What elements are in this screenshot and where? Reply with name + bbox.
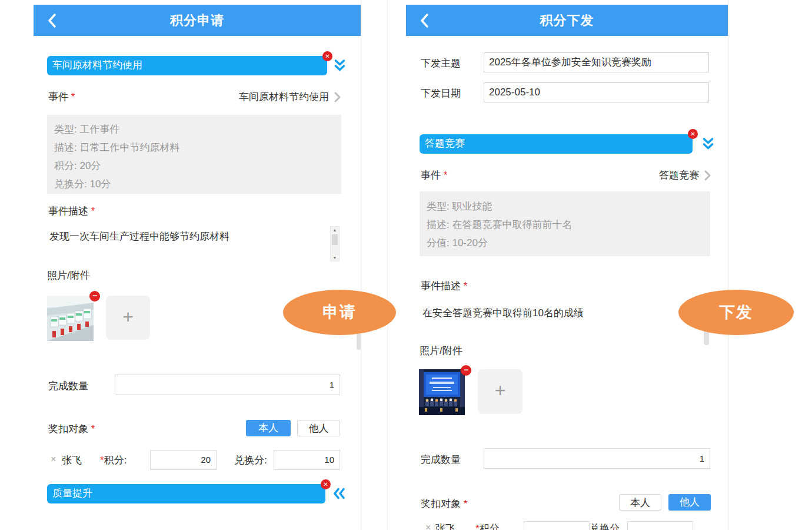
collapse-chevron-down-icon[interactable] <box>702 137 714 154</box>
topic-label: 下发主题 <box>421 57 461 70</box>
person-name: 张飞 <box>62 453 82 467</box>
screenshot-stage: 积分申请 车间原材料节约使用 ✕ 事件 * 车间原材料节约使用 类型: 工作事件… <box>0 0 812 530</box>
issue-annotation-badge: 下发 <box>678 290 794 335</box>
plus-icon: + <box>122 306 134 327</box>
event-banner-label: 答题竞赛 <box>420 134 693 153</box>
scroll-down-icon[interactable]: ▼ <box>331 256 339 260</box>
apply-appbar: 积分申请 <box>34 5 361 36</box>
person-points-input[interactable] <box>524 521 590 530</box>
info-score: 分值: 10-20分 <box>427 234 703 252</box>
event-banner-label: 车间原材料节约使用 <box>47 56 327 75</box>
info-desc: 描述: 日常工作中节约原材料 <box>54 138 334 157</box>
event-banner[interactable]: 答题竞赛 <box>420 134 693 154</box>
person-name: 张飞 <box>435 522 455 530</box>
date-value: 2025-05-10 <box>484 83 708 102</box>
remove-person-icon[interactable]: × <box>425 522 431 530</box>
target-other-button[interactable]: 他人 <box>297 420 340 436</box>
issue-appbar: 积分下发 <box>406 5 728 36</box>
info-points: 积分: 20分 <box>54 157 334 175</box>
plus-icon: + <box>495 380 506 401</box>
event-field-value[interactable]: 答题竞赛 <box>494 168 699 182</box>
minus-icon: − <box>464 365 468 375</box>
collapsed-event-banner[interactable]: 质量提升 <box>47 484 325 504</box>
qty-value: 1 <box>484 449 710 468</box>
chevron-right-icon <box>703 170 712 184</box>
event-info-box: 类型: 职业技能 描述: 在答题竞赛中取得前前十名 分值: 10-20分 <box>420 191 710 256</box>
target-self-button[interactable]: 本人 <box>246 420 291 436</box>
page-title: 积分申请 <box>34 5 361 36</box>
person-exchange-input[interactable]: 10 <box>274 450 340 470</box>
topic-input[interactable]: 2025年各单位参加安全知识竞赛奖励 <box>484 52 709 72</box>
photo-thumbnail-factory[interactable] <box>47 296 94 341</box>
page-title: 积分下发 <box>406 5 728 36</box>
event-field-value[interactable]: 车间原材料节约使用 <box>122 90 329 104</box>
date-input[interactable]: 2025-05-10 <box>484 82 709 102</box>
chevron-right-icon <box>333 91 342 105</box>
apply-annotation-badge: 申请 <box>283 290 396 335</box>
target-self-button[interactable]: 本人 <box>619 494 661 511</box>
points-apply-screen: 积分申请 车间原材料节约使用 ✕ 事件 * 车间原材料节约使用 类型: 工作事件… <box>34 0 361 530</box>
points-issue-screen: 积分下发 下发主题 2025年各单位参加安全知识竞赛奖励 下发日期 2025-0… <box>406 0 728 530</box>
person-exchange-label: 兑换分: <box>234 453 267 467</box>
desc-label: 事件描述 * <box>421 279 467 293</box>
collapse-chevron-down-icon[interactable] <box>334 59 346 75</box>
desc-textarea[interactable]: 在安全答题竞赛中取得前10名的成绩 <box>422 306 584 320</box>
photos-label: 照片/附件 <box>47 269 90 282</box>
close-icon: ✕ <box>323 481 328 488</box>
qty-label: 完成数量 <box>421 453 461 466</box>
date-label: 下发日期 <box>421 87 461 100</box>
info-type: 类型: 工作事件 <box>54 120 334 138</box>
event-field-label: 事件 * <box>421 168 447 182</box>
scroll-up-icon[interactable]: ▲ <box>331 228 339 232</box>
qty-value: 1 <box>115 375 340 395</box>
target-label: 奖扣对象 * <box>48 422 95 436</box>
person-points-value: 20 <box>151 450 216 469</box>
close-icon: ✕ <box>690 131 695 137</box>
person-points-input[interactable]: 20 <box>150 450 217 470</box>
photo-thumbnail-stage[interactable] <box>419 369 465 415</box>
close-icon: ✕ <box>325 53 330 59</box>
add-photo-button[interactable]: + <box>106 296 150 340</box>
remove-event-icon[interactable]: ✕ <box>322 51 332 61</box>
event-info-box: 类型: 工作事件 描述: 日常工作中节约原材料 积分: 20分 兑换分: 10分 <box>47 115 341 194</box>
info-desc: 描述: 在答题竞赛中取得前前十名 <box>427 216 703 234</box>
info-exchange: 兑换分: 10分 <box>54 175 334 193</box>
remove-photo-icon[interactable]: − <box>461 365 471 376</box>
qty-input[interactable]: 1 <box>484 448 710 469</box>
event-banner[interactable]: 车间原材料节约使用 <box>47 56 327 75</box>
remove-collapsed-event-icon[interactable]: ✕ <box>321 479 331 489</box>
photos-label: 照片/附件 <box>420 344 462 357</box>
desc-textarea[interactable]: 发现一次车间生产过程中能够节约原材料 <box>49 230 326 243</box>
remove-photo-icon[interactable]: − <box>89 291 100 302</box>
minus-icon: − <box>92 291 97 300</box>
panel-scrollbar-thumb[interactable] <box>357 333 361 350</box>
remove-event-icon[interactable]: ✕ <box>688 129 698 139</box>
desc-label: 事件描述 * <box>48 204 95 218</box>
topic-value: 2025年各单位参加安全知识竞赛奖励 <box>484 53 708 72</box>
screenshot-divider <box>387 0 388 530</box>
qty-input[interactable]: 1 <box>115 375 340 395</box>
collapsed-banner-label: 质量提升 <box>47 484 325 503</box>
person-points-label: *积分: <box>100 453 127 467</box>
person-points-label: *积分 <box>475 522 500 530</box>
textarea-scrollbar[interactable]: ▲ ▼ <box>330 226 340 261</box>
add-photo-button[interactable]: + <box>478 369 523 414</box>
info-type: 类型: 职业技能 <box>427 197 703 216</box>
person-exchange-value: 10 <box>274 450 340 469</box>
qty-label: 完成数量 <box>48 379 88 393</box>
person-exchange-input[interactable] <box>627 521 693 530</box>
expand-chevron-left-icon[interactable] <box>332 487 347 502</box>
event-field-label: 事件 * <box>48 90 75 104</box>
target-other-button[interactable]: 他人 <box>668 494 711 511</box>
remove-person-icon[interactable]: × <box>51 454 56 465</box>
scrollbar-thumb[interactable] <box>332 234 338 245</box>
person-exchange-label: 兑换分 <box>590 522 620 530</box>
target-label: 奖扣对象 * <box>421 497 467 511</box>
